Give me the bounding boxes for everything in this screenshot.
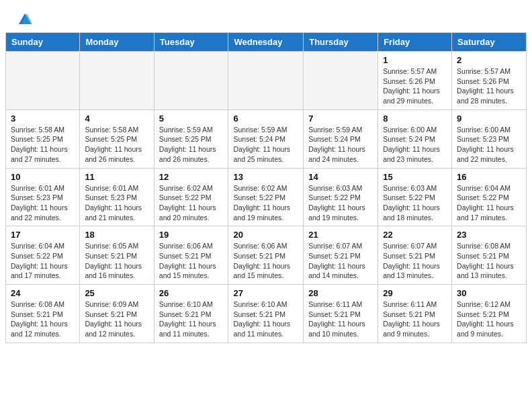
day-number: 30 (457, 288, 521, 298)
day-info: Sunrise: 6:01 AMSunset: 5:23 PMDaylight:… (85, 183, 148, 223)
day-number: 21 (308, 230, 373, 240)
day-info: Sunrise: 6:00 AMSunset: 5:23 PMDaylight:… (457, 125, 521, 165)
table-row: 1Sunrise: 5:57 AMSunset: 5:26 PMDaylight… (378, 52, 452, 110)
day-info: Sunrise: 5:58 AMSunset: 5:25 PMDaylight:… (85, 125, 148, 165)
table-row: 2Sunrise: 5:57 AMSunset: 5:26 PMDaylight… (452, 52, 527, 110)
table-row (6, 52, 80, 110)
day-number: 9 (457, 113, 521, 124)
weekday-header-friday: Friday (378, 33, 452, 52)
logo-icon (17, 12, 32, 27)
day-info: Sunrise: 5:59 AMSunset: 5:25 PMDaylight:… (159, 125, 224, 165)
table-row: 12Sunrise: 6:02 AMSunset: 5:22 PMDayligh… (154, 168, 228, 226)
day-number: 23 (457, 230, 521, 240)
calendar-week-row: 3Sunrise: 5:58 AMSunset: 5:25 PMDaylight… (6, 109, 527, 168)
table-row: 29Sunrise: 6:11 AMSunset: 5:21 PMDayligh… (378, 285, 452, 343)
table-row (228, 52, 304, 110)
day-number: 19 (159, 230, 224, 240)
calendar-header-row: SundayMondayTuesdayWednesdayThursdayFrid… (6, 33, 527, 52)
calendar-week-row: 24Sunrise: 6:08 AMSunset: 5:21 PMDayligh… (6, 285, 527, 343)
day-number: 24 (11, 288, 75, 298)
calendar-week-row: 17Sunrise: 6:04 AMSunset: 5:22 PMDayligh… (6, 226, 527, 285)
day-info: Sunrise: 6:01 AMSunset: 5:23 PMDaylight:… (11, 183, 75, 223)
table-row: 11Sunrise: 6:01 AMSunset: 5:23 PMDayligh… (80, 168, 154, 226)
table-row: 3Sunrise: 5:58 AMSunset: 5:25 PMDaylight… (6, 109, 80, 168)
day-info: Sunrise: 6:09 AMSunset: 5:21 PMDaylight:… (85, 300, 148, 339)
day-number: 20 (233, 230, 298, 240)
table-row: 7Sunrise: 5:59 AMSunset: 5:24 PMDaylight… (304, 109, 378, 168)
day-number: 13 (233, 172, 298, 182)
day-number: 12 (159, 172, 224, 182)
table-row: 10Sunrise: 6:01 AMSunset: 5:23 PMDayligh… (6, 168, 80, 226)
day-number: 10 (11, 172, 75, 182)
day-info: Sunrise: 6:03 AMSunset: 5:22 PMDaylight:… (308, 183, 373, 223)
table-row: 16Sunrise: 6:04 AMSunset: 5:22 PMDayligh… (452, 168, 527, 226)
day-number: 22 (383, 230, 447, 240)
table-row: 20Sunrise: 6:06 AMSunset: 5:21 PMDayligh… (228, 226, 304, 285)
table-row: 15Sunrise: 6:03 AMSunset: 5:22 PMDayligh… (378, 168, 452, 226)
day-number: 4 (85, 113, 148, 124)
day-number: 29 (383, 288, 447, 298)
day-info: Sunrise: 5:57 AMSunset: 5:26 PMDaylight:… (383, 66, 447, 106)
table-row: 21Sunrise: 6:07 AMSunset: 5:21 PMDayligh… (304, 226, 378, 285)
table-row: 27Sunrise: 6:10 AMSunset: 5:21 PMDayligh… (228, 285, 304, 343)
day-info: Sunrise: 6:02 AMSunset: 5:22 PMDaylight:… (233, 183, 298, 223)
day-info: Sunrise: 6:11 AMSunset: 5:21 PMDaylight:… (308, 300, 373, 339)
day-number: 14 (308, 172, 373, 182)
day-info: Sunrise: 5:59 AMSunset: 5:24 PMDaylight:… (308, 125, 373, 165)
day-info: Sunrise: 5:59 AMSunset: 5:24 PMDaylight:… (233, 125, 298, 165)
calendar-week-row: 1Sunrise: 5:57 AMSunset: 5:26 PMDaylight… (6, 52, 527, 110)
table-row: 26Sunrise: 6:10 AMSunset: 5:21 PMDayligh… (154, 285, 228, 343)
day-info: Sunrise: 6:06 AMSunset: 5:21 PMDaylight:… (159, 241, 224, 281)
table-row: 25Sunrise: 6:09 AMSunset: 5:21 PMDayligh… (80, 285, 154, 343)
day-number: 5 (159, 113, 224, 124)
day-info: Sunrise: 6:08 AMSunset: 5:21 PMDaylight:… (457, 241, 521, 281)
day-number: 28 (308, 288, 373, 298)
table-row: 30Sunrise: 6:12 AMSunset: 5:21 PMDayligh… (452, 285, 527, 343)
table-row (154, 52, 228, 110)
day-number: 27 (233, 288, 298, 298)
day-info: Sunrise: 6:03 AMSunset: 5:22 PMDaylight:… (383, 183, 447, 223)
day-info: Sunrise: 6:12 AMSunset: 5:21 PMDaylight:… (457, 300, 521, 339)
day-info: Sunrise: 6:07 AMSunset: 5:21 PMDaylight:… (383, 241, 447, 281)
day-number: 7 (308, 113, 373, 124)
weekday-header-monday: Monday (80, 33, 154, 52)
day-info: Sunrise: 6:10 AMSunset: 5:21 PMDaylight:… (233, 300, 298, 339)
table-row: 28Sunrise: 6:11 AMSunset: 5:21 PMDayligh… (304, 285, 378, 343)
weekday-header-tuesday: Tuesday (154, 33, 228, 52)
table-row: 5Sunrise: 5:59 AMSunset: 5:25 PMDaylight… (154, 109, 228, 168)
weekday-header-saturday: Saturday (452, 33, 527, 52)
day-info: Sunrise: 6:08 AMSunset: 5:21 PMDaylight:… (11, 300, 75, 339)
day-info: Sunrise: 6:05 AMSunset: 5:21 PMDaylight:… (85, 241, 148, 281)
header (0, 0, 532, 32)
table-row: 24Sunrise: 6:08 AMSunset: 5:21 PMDayligh… (6, 285, 80, 343)
table-row (80, 52, 154, 110)
day-number: 8 (383, 113, 447, 124)
day-info: Sunrise: 6:00 AMSunset: 5:24 PMDaylight:… (383, 125, 447, 165)
day-number: 2 (457, 55, 521, 65)
day-number: 26 (159, 288, 224, 298)
day-info: Sunrise: 6:04 AMSunset: 5:22 PMDaylight:… (457, 183, 521, 223)
day-number: 1 (383, 55, 447, 65)
table-row: 13Sunrise: 6:02 AMSunset: 5:22 PMDayligh… (228, 168, 304, 226)
calendar-wrapper: SundayMondayTuesdayWednesdayThursdayFrid… (0, 32, 532, 350)
table-row: 22Sunrise: 6:07 AMSunset: 5:21 PMDayligh… (378, 226, 452, 285)
table-row: 4Sunrise: 5:58 AMSunset: 5:25 PMDaylight… (80, 109, 154, 168)
day-number: 17 (11, 230, 75, 240)
table-row: 18Sunrise: 6:05 AMSunset: 5:21 PMDayligh… (80, 226, 154, 285)
day-number: 3 (11, 113, 75, 124)
table-row: 8Sunrise: 6:00 AMSunset: 5:24 PMDaylight… (378, 109, 452, 168)
day-info: Sunrise: 6:06 AMSunset: 5:21 PMDaylight:… (233, 241, 298, 281)
day-number: 6 (233, 113, 298, 124)
table-row: 6Sunrise: 5:59 AMSunset: 5:24 PMDaylight… (228, 109, 304, 168)
weekday-header-thursday: Thursday (304, 33, 378, 52)
day-info: Sunrise: 6:04 AMSunset: 5:22 PMDaylight:… (11, 241, 75, 281)
day-number: 15 (383, 172, 447, 182)
table-row: 19Sunrise: 6:06 AMSunset: 5:21 PMDayligh… (154, 226, 228, 285)
table-row (304, 52, 378, 110)
weekday-header-wednesday: Wednesday (228, 33, 304, 52)
day-number: 11 (85, 172, 148, 182)
table-row: 17Sunrise: 6:04 AMSunset: 5:22 PMDayligh… (6, 226, 80, 285)
day-number: 18 (85, 230, 148, 240)
day-info: Sunrise: 6:07 AMSunset: 5:21 PMDaylight:… (308, 241, 373, 281)
logo (16, 12, 77, 27)
